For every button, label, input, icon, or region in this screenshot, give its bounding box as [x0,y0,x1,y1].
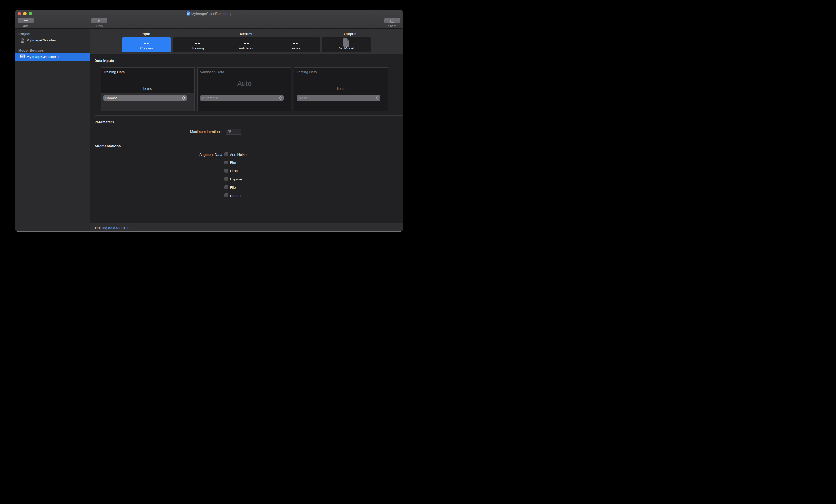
svg-text:ML: ML [21,41,24,42]
